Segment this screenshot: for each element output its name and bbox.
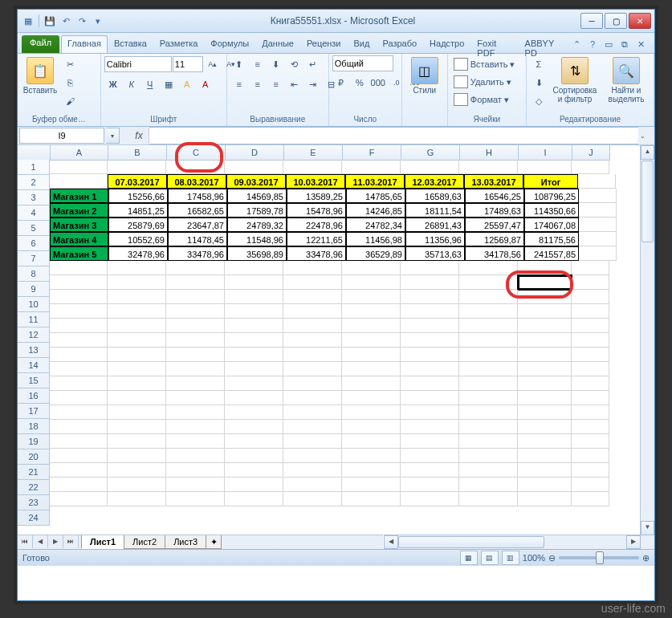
sheet-nav-button[interactable]: ▶ [48, 535, 63, 548]
cell[interactable] [572, 362, 609, 376]
cell[interactable] [572, 348, 609, 362]
cell[interactable]: 10.03.2017 [286, 174, 345, 189]
cell[interactable] [108, 434, 166, 449]
cell[interactable] [459, 463, 518, 478]
cell[interactable]: 35698,89 [227, 246, 287, 261]
border-icon[interactable]: ▦ [160, 75, 177, 93]
cell[interactable]: 22478,96 [287, 218, 346, 232]
cell[interactable] [108, 319, 166, 333]
cell[interactable]: 34178,56 [465, 246, 524, 261]
column-header[interactable]: A [51, 145, 108, 160]
cell[interactable] [50, 160, 108, 174]
cell[interactable]: 11478,45 [168, 232, 227, 246]
cell[interactable] [166, 304, 225, 319]
cell[interactable] [459, 304, 518, 319]
row-header[interactable]: 7 [18, 251, 50, 266]
cell[interactable] [572, 492, 609, 506]
cell[interactable] [518, 319, 572, 333]
cell[interactable]: 14851,25 [108, 203, 168, 218]
cell[interactable] [50, 348, 108, 362]
cell[interactable] [459, 319, 518, 333]
cell[interactable]: Итог [523, 174, 578, 189]
cell[interactable] [283, 449, 342, 463]
cell[interactable] [401, 376, 459, 391]
restore-icon[interactable]: ⧉ [618, 38, 631, 51]
cell[interactable] [166, 405, 225, 420]
cell[interactable] [518, 348, 572, 362]
cell[interactable] [108, 391, 166, 405]
cell[interactable] [572, 304, 609, 319]
cell[interactable] [342, 391, 401, 405]
cell[interactable] [459, 261, 518, 275]
percent-icon[interactable]: % [351, 74, 369, 91]
cell[interactable] [166, 290, 225, 304]
cell[interactable] [572, 405, 609, 420]
sheet-nav-button[interactable]: ⏭ [63, 535, 79, 548]
cell[interactable] [166, 449, 225, 463]
cell[interactable] [401, 478, 459, 492]
cell[interactable] [50, 449, 108, 463]
page-layout-view-button[interactable]: ▤ [481, 551, 499, 565]
cell[interactable]: 10552,69 [108, 232, 168, 246]
cell[interactable]: 32478,96 [108, 246, 168, 261]
cell[interactable]: 17489,63 [465, 203, 524, 218]
cell[interactable] [225, 405, 283, 420]
cell[interactable] [401, 275, 459, 290]
cell[interactable]: 108796,25 [524, 189, 579, 203]
cell[interactable] [518, 434, 572, 449]
cell[interactable] [108, 160, 166, 174]
zoom-out-button[interactable]: ⊖ [548, 553, 556, 563]
cell[interactable] [459, 333, 518, 348]
cell[interactable]: 14246,85 [346, 203, 405, 218]
cell[interactable] [225, 391, 283, 405]
cell[interactable] [108, 348, 166, 362]
cell[interactable] [108, 492, 166, 506]
cell[interactable] [579, 189, 617, 203]
cell[interactable] [459, 160, 518, 174]
cell[interactable] [401, 420, 459, 434]
row-header[interactable]: 20 [18, 449, 50, 465]
tab-формулы[interactable]: Формулы [204, 35, 255, 53]
cell[interactable]: 26891,43 [405, 218, 465, 232]
clear-icon[interactable]: ◇ [530, 92, 548, 110]
cell[interactable] [401, 290, 459, 304]
minimize-button[interactable]: ─ [580, 13, 603, 29]
row-header[interactable]: 19 [18, 434, 50, 449]
cell[interactable] [518, 405, 572, 420]
font-select[interactable] [104, 56, 172, 72]
cell[interactable]: 24782,34 [346, 218, 405, 232]
styles-button[interactable]: ◫ Стили [405, 55, 444, 96]
column-header[interactable]: F [343, 145, 401, 160]
help-icon[interactable]: ? [586, 38, 599, 51]
cell[interactable]: 33478,96 [168, 246, 227, 261]
autosum-icon[interactable]: Σ [530, 55, 548, 73]
cell[interactable] [342, 160, 401, 174]
cell[interactable] [459, 420, 518, 434]
cell[interactable]: Магазин 5 [50, 246, 108, 261]
fill-color-icon[interactable]: A [178, 75, 196, 93]
cell[interactable]: 12.03.2017 [405, 174, 464, 189]
row-header[interactable]: 1 [18, 160, 50, 175]
cell[interactable]: 25597,47 [465, 218, 524, 232]
italic-button[interactable]: К [123, 75, 141, 93]
new-sheet-button[interactable]: ✦ [206, 535, 222, 549]
cell[interactable] [108, 405, 166, 420]
scroll-up-button[interactable]: ▲ [641, 145, 654, 160]
cell[interactable] [108, 333, 166, 348]
cell[interactable] [518, 275, 572, 290]
cell[interactable] [459, 376, 518, 391]
cell[interactable]: 24789,32 [227, 218, 287, 232]
tab-разметка[interactable]: Разметка [153, 35, 205, 53]
tab-вставка[interactable]: Вставка [108, 35, 153, 53]
cell[interactable] [225, 463, 283, 478]
cell[interactable] [108, 275, 166, 290]
cell[interactable] [342, 304, 401, 319]
cell[interactable] [459, 391, 518, 405]
cell[interactable] [225, 376, 283, 391]
cell[interactable] [459, 434, 518, 449]
cell[interactable] [108, 420, 166, 434]
cell[interactable] [225, 434, 283, 449]
cell[interactable] [108, 376, 166, 391]
cell[interactable]: 13.03.2017 [464, 174, 523, 189]
cell[interactable] [50, 362, 108, 376]
